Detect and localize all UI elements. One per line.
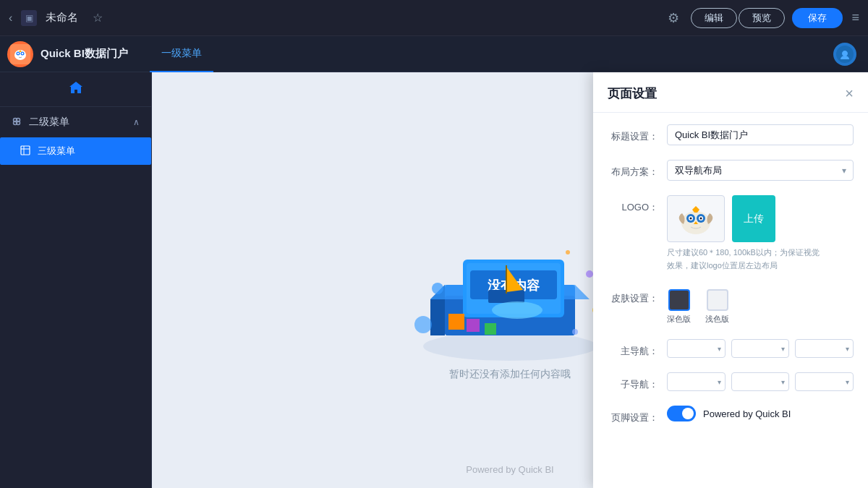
dark-skin-swatch	[668, 289, 690, 311]
logo-setting-row: LOGO：	[608, 195, 854, 272]
sub-nav-select-2[interactable]	[731, 372, 790, 391]
edit-button[interactable]: 编辑	[691, 8, 737, 28]
panel-header: 页面设置 ×	[593, 72, 868, 113]
footer-label: 页脚设置：	[608, 406, 658, 424]
layout-setting-row: 布局方案： 双导航布局 单导航布局 顶部导航布局 ▾	[608, 160, 854, 181]
sub-nav-select-1[interactable]	[667, 372, 726, 391]
skin-options: 深色版 浅色版	[667, 289, 854, 325]
svg-point-31	[586, 270, 593, 278]
title-label: 标题设置：	[608, 124, 658, 143]
layout-label: 布局方案：	[608, 160, 658, 179]
main-nav-dropdowns: ▾ ▾ ▾	[667, 339, 854, 358]
footer-value: Powered by Quick BI	[703, 408, 791, 419]
light-skin-swatch	[707, 289, 728, 311]
skin-label: 皮肤设置：	[608, 286, 658, 305]
svg-rect-28	[467, 319, 480, 332]
sidebar-section-label: 二级菜单	[29, 116, 133, 129]
main-nav-select-1[interactable]	[667, 339, 726, 358]
navbar-brand: Quick BI数据门户	[41, 47, 128, 61]
doc-icon: ▣	[21, 10, 37, 26]
navbar-menu-item[interactable]: 一级菜单	[150, 36, 213, 72]
main-nav-select-2-wrapper: ▾	[731, 339, 790, 358]
layout-select[interactable]: 双导航布局 单导航布局 顶部导航布局	[667, 160, 854, 181]
svg-point-43	[699, 218, 702, 220]
panel-title: 页面设置	[608, 85, 845, 102]
sidebar-item-label: 三级菜单	[38, 145, 75, 158]
svg-point-34	[414, 316, 432, 333]
chevron-up-icon: ∧	[133, 117, 140, 127]
dark-skin-label: 深色版	[667, 314, 691, 325]
svg-rect-29	[485, 323, 496, 335]
main-nav-control: ▾ ▾ ▾	[667, 339, 854, 358]
sub-nav-row: 子导航： ▾ ▾ ▾	[608, 372, 854, 391]
avatar	[833, 43, 856, 66]
sidebar-item-third-menu[interactable]: 三级菜单	[0, 137, 151, 165]
layout-select-wrapper: 双导航布局 单导航布局 顶部导航布局 ▾	[667, 160, 854, 181]
main-nav-label: 主导航：	[608, 339, 658, 358]
close-button[interactable]: ×	[845, 85, 854, 102]
svg-point-33	[432, 283, 443, 294]
sub-nav-select-2-wrapper: ▾	[731, 372, 790, 391]
navbar: Quick BI数据门户 一级菜单	[0, 36, 868, 72]
star-icon[interactable]: ☆	[93, 11, 103, 25]
sub-nav-label: 子导航：	[608, 372, 658, 391]
topbar: ‹ ▣ 未命名 ☆ ⚙ 编辑 预览 保存 ≡	[0, 0, 868, 36]
svg-rect-11	[21, 146, 30, 155]
section-icon	[12, 116, 22, 129]
sidebar-section-second-menu: 二级菜单 ∧ 三级菜单	[0, 107, 151, 165]
title-control	[667, 124, 854, 145]
main-nav-row: 主导航： ▾ ▾ ▾	[608, 339, 854, 358]
svg-point-30	[492, 301, 542, 319]
skin-dark-option[interactable]: 深色版	[667, 289, 691, 325]
table-icon	[20, 145, 30, 158]
sub-nav-select-3[interactable]	[795, 372, 854, 391]
settings-icon[interactable]: ⚙	[668, 10, 679, 26]
light-skin-label: 浅色版	[705, 314, 729, 325]
menu-icon[interactable]: ≡	[851, 10, 859, 25]
svg-point-42	[689, 218, 692, 220]
logo-label: LOGO：	[608, 195, 658, 214]
sidebar-section-header[interactable]: 二级菜单 ∧	[0, 107, 151, 137]
main-nav-select-3[interactable]	[795, 339, 854, 358]
logo-control: 上传 尺寸建议60＊180, 100kB以内；为保证视觉效果，建议logo位置居…	[667, 195, 854, 272]
svg-rect-27	[448, 314, 464, 330]
main-area: 二级菜单 ∧ 三级菜单	[0, 72, 868, 488]
empty-illustration: 没有内容	[401, 180, 618, 368]
sub-nav-select-3-wrapper: ▾	[795, 372, 854, 391]
main-nav-select-3-wrapper: ▾	[795, 339, 854, 358]
empty-label: 暂时还没有添加任何内容哦	[449, 368, 571, 381]
logo-inner	[10, 44, 30, 64]
logo-preview	[667, 195, 725, 242]
title-input[interactable]	[667, 124, 854, 145]
upload-button[interactable]: 上传	[732, 195, 775, 242]
svg-point-4	[22, 52, 23, 53]
sub-nav-select-1-wrapper: ▾	[667, 372, 726, 391]
main-nav-select-1-wrapper: ▾	[667, 339, 726, 358]
footer-setting-row: 页脚设置： Powered by Quick BI	[608, 406, 854, 424]
main-nav-select-2[interactable]	[731, 339, 790, 358]
svg-point-10	[17, 121, 20, 124]
svg-point-3	[17, 52, 19, 53]
footer-toggle-row: Powered by Quick BI	[667, 406, 854, 421]
preview-button[interactable]: 预览	[739, 8, 785, 28]
footer-control: Powered by Quick BI	[667, 406, 854, 421]
save-button[interactable]: 保存	[792, 8, 843, 28]
sidebar: 二级菜单 ∧ 三级菜单	[0, 72, 152, 488]
sidebar-home-button[interactable]	[0, 72, 151, 107]
skin-control: 深色版 浅色版	[667, 286, 854, 325]
sub-nav-dropdowns: ▾ ▾ ▾	[667, 372, 854, 391]
svg-point-36	[572, 329, 578, 335]
home-icon	[68, 80, 84, 100]
svg-point-32	[566, 250, 570, 254]
toggle-knob	[682, 408, 694, 419]
back-button[interactable]: ‹	[9, 12, 12, 25]
panel-body: 标题设置： 布局方案： 双导航布局 单导航布局 顶部导航布局 ▾	[593, 113, 868, 488]
footer-toggle[interactable]	[667, 406, 696, 421]
sub-nav-control: ▾ ▾ ▾	[667, 372, 854, 391]
title-setting-row: 标题设置：	[608, 124, 854, 145]
page-title: 未命名	[46, 11, 78, 25]
logo-upload-area: 上传	[667, 195, 854, 242]
svg-point-14	[423, 332, 597, 361]
skin-setting-row: 皮肤设置： 深色版 浅色版	[608, 286, 854, 325]
skin-light-option[interactable]: 浅色版	[705, 289, 729, 325]
